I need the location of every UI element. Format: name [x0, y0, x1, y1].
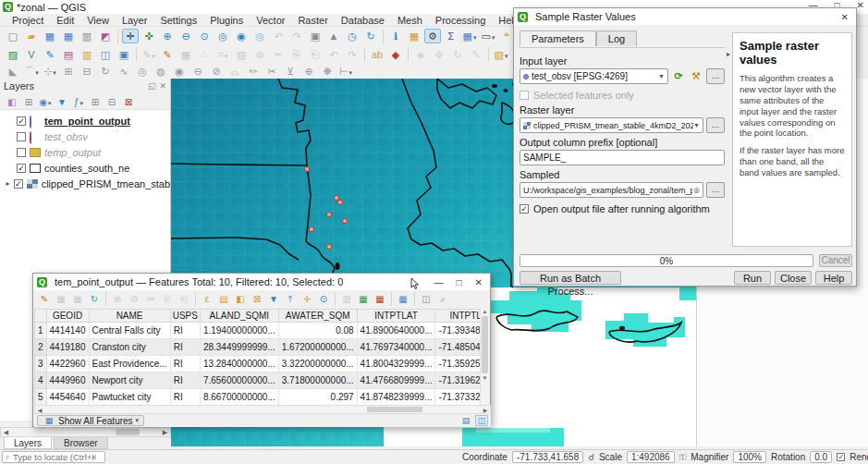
column-header-name[interactable]: NAME: [89, 310, 170, 323]
raster-layer-combo[interactable]: clipped_PRISM_tmean_stable_4kmD2_2020010…: [520, 117, 703, 133]
layer-labeling-icon[interactable]: ab: [369, 47, 385, 62]
move-label-icon[interactable]: ✥: [431, 47, 447, 62]
remove-layer-icon[interactable]: ⊠: [121, 95, 136, 108]
magnifier-input[interactable]: 100% ▲▼: [733, 451, 766, 463]
layer-expander-icon[interactable]: ▸: [6, 179, 10, 188]
menu-processing[interactable]: Processing: [429, 15, 492, 26]
rotate-feature-icon[interactable]: ↻: [97, 64, 114, 79]
temporal-controller-icon[interactable]: ◷: [344, 29, 361, 43]
zoom-native-icon[interactable]: ⊙: [196, 29, 213, 43]
open-layer-styling-icon[interactable]: ◧: [5, 95, 19, 108]
new-field-icon[interactable]: ▦: [356, 292, 371, 306]
show-all-features-button[interactable]: ▦ Show All Features ▾: [37, 415, 144, 426]
add-delimited-text-icon[interactable]: ▥: [79, 47, 95, 62]
help-pane-splitter[interactable]: ▸: [727, 47, 731, 243]
split-features-icon[interactable]: ✂: [263, 64, 280, 79]
move-selection-top-icon[interactable]: ⤒: [283, 292, 298, 306]
new-map-view-icon[interactable]: ▣: [307, 29, 324, 43]
modify-attributes-icon[interactable]: ▧: [233, 47, 250, 62]
layer-item-temp_output[interactable]: temp_output: [0, 144, 170, 160]
add-virtual-layer-icon[interactable]: ▣: [116, 47, 132, 62]
cell-name[interactable]: Cranston city: [89, 339, 170, 356]
add-group-icon[interactable]: ⊞: [21, 95, 36, 108]
add-vector-layer-icon[interactable]: V: [23, 47, 40, 62]
save-project-icon[interactable]: ▦: [42, 29, 58, 43]
paste-icon[interactable]: ⎗: [177, 292, 191, 306]
cell-name[interactable]: Newport city: [89, 372, 170, 389]
close-dialog-button[interactable]: Close: [775, 271, 812, 285]
table-row[interactable]: 14414140Central Falls cityRI1.1940000000…: [35, 323, 483, 339]
select-all-icon[interactable]: ▤: [216, 292, 231, 306]
label-pin-icon[interactable]: ◆: [387, 47, 404, 62]
cell-aland_sqmi[interactable]: 13.2840000000...: [200, 356, 278, 372]
copy-features-icon[interactable]: ⎘: [288, 47, 305, 62]
column-header-intptlat[interactable]: INTPTLAT: [357, 310, 435, 323]
panel-close-icon[interactable]: ✕: [159, 81, 166, 91]
close-button[interactable]: ✕: [857, 0, 864, 10]
dock-table-icon[interactable]: ◫: [419, 292, 434, 306]
column-header-usps[interactable]: USPS: [170, 310, 200, 323]
add-postgis-layer-icon[interactable]: ◫: [97, 47, 114, 62]
layer-visibility-checkbox[interactable]: [17, 132, 26, 141]
save-layer-edits-icon[interactable]: ▦: [177, 47, 194, 62]
add-raster-layer-icon[interactable]: ✎: [42, 47, 58, 62]
tab-parameters[interactable]: Parameters: [520, 31, 596, 46]
field-calculator-icon[interactable]: ▦: [396, 292, 410, 306]
cell-intptlat[interactable]: 41.8900640000...: [357, 323, 435, 339]
menu-view[interactable]: View: [80, 15, 116, 26]
menu-plugins[interactable]: Plugins: [203, 15, 250, 26]
table-row[interactable]: 24419180Cranston cityRI28.3449999999...1…: [35, 339, 483, 356]
cell-intptlat[interactable]: 41.4766809999...: [357, 372, 435, 389]
offset-curve-icon[interactable]: ⌓: [226, 64, 243, 79]
row-number[interactable]: 5: [35, 389, 47, 406]
select-features-icon[interactable]: ▧: [493, 47, 509, 62]
layer-visibility-checkbox[interactable]: [17, 148, 26, 157]
render-checkbox[interactable]: ✓: [837, 453, 845, 461]
snapping-toggle-icon[interactable]: ◣: [5, 64, 21, 79]
column-header-intptlong[interactable]: INTPTLONG: [435, 310, 482, 323]
locator-search[interactable]: ⌕: [2, 451, 105, 463]
cell-geoid[interactable]: 4449960: [46, 372, 89, 389]
toggle-editing-icon[interactable]: ✎: [159, 47, 176, 62]
prefix-input[interactable]: SAMPLE_: [520, 150, 725, 165]
cell-intptlong[interactable]: -71.4850490000...: [435, 339, 482, 356]
undo-icon[interactable]: ↶: [325, 47, 342, 62]
identify-features-icon[interactable]: ℹ: [387, 29, 404, 43]
delete-part-icon[interactable]: ⊘: [208, 64, 225, 79]
highlight-pinned-labels-icon[interactable]: ◈: [412, 47, 429, 62]
select-by-expression-icon[interactable]: ε: [200, 292, 214, 306]
invert-selection-icon[interactable]: ◧: [233, 292, 248, 306]
layer-item-clipped_PRISM_tmean_stable_4kmD2_2020[interactable]: ▸clipped_PRISM_tmean_stable_4kmD2_2020: [0, 176, 170, 191]
cell-geoid[interactable]: 4414140: [46, 323, 89, 339]
cell-awater_sqm[interactable]: 1.67200000000...: [278, 339, 357, 356]
expand-all-icon[interactable]: ⊞: [88, 95, 103, 108]
delete-ring-icon[interactable]: ⊖: [189, 64, 206, 79]
lock-scale-icon[interactable]: ⚿: [679, 452, 687, 463]
zoom-full-icon[interactable]: ◎: [214, 29, 231, 43]
vertex-tool-icon[interactable]: ⌗: [214, 47, 231, 62]
cell-name[interactable]: Central Falls city: [89, 323, 170, 339]
menu-database[interactable]: Database: [335, 15, 391, 26]
scale-combo[interactable]: 1:492086 ▼: [627, 451, 675, 463]
fill-ring-icon[interactable]: ◉: [171, 64, 188, 79]
column-header-geoid[interactable]: GEOID: [46, 310, 89, 323]
cell-aland_sqmi[interactable]: 1.19400000000...: [200, 323, 278, 339]
filter-legend-icon[interactable]: ▼: [55, 95, 69, 108]
data-source-manager-icon[interactable]: ▨: [5, 47, 21, 62]
table-view-toggle-icon[interactable]: ◫: [475, 415, 488, 426]
layer-visibility-checkbox[interactable]: [17, 164, 26, 173]
delete-feature-icon[interactable]: ⊘: [127, 292, 141, 306]
zoom-out-icon[interactable]: ⊖: [177, 29, 194, 43]
cell-name[interactable]: Pawtucket city: [89, 389, 170, 406]
row-number[interactable]: 2: [35, 339, 47, 356]
column-header-aland_sqmi[interactable]: ALAND_SQMI: [200, 310, 278, 323]
cell-geoid[interactable]: 4422960: [46, 356, 89, 372]
pan-map-icon[interactable]: ✛: [122, 29, 139, 43]
digitize-shape-icon[interactable]: ⌒: [23, 64, 40, 79]
input-layer-combo[interactable]: test_obsv [EPSG:4269] ▼: [520, 68, 668, 84]
sampled-path-input[interactable]: U:/workspace/gis_examples/blog_zonal/tem…: [520, 182, 703, 198]
reshape-features-icon[interactable]: ✏: [245, 64, 262, 79]
manage-map-themes-icon[interactable]: ◉: [38, 95, 53, 108]
run-button[interactable]: Run: [734, 271, 771, 285]
change-label-icon[interactable]: ✎: [468, 47, 484, 62]
